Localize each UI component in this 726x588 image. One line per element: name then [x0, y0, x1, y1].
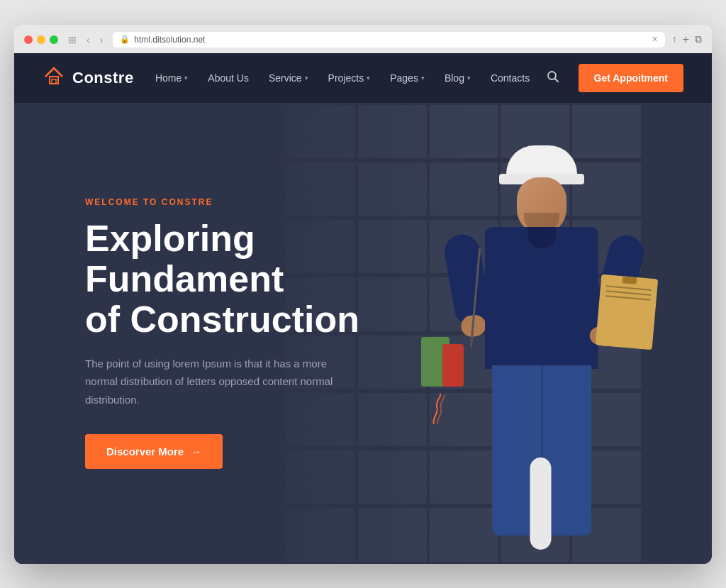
hero-eyebrow: WELCOME TO CONSTRE: [85, 197, 369, 207]
logo-icon: [43, 64, 65, 91]
chevron-down-icon: ▾: [421, 74, 425, 82]
hero-title-line2: of Construction: [85, 299, 359, 340]
hero-title-line1: Exploring Fundament: [85, 218, 284, 299]
worker-body: [407, 138, 676, 564]
nav-item-home[interactable]: Home ▾: [147, 67, 196, 89]
navbar: Constre Home ▾ About Us Service ▾ Projec…: [14, 53, 712, 103]
svg-rect-0: [50, 77, 58, 84]
lock-icon: 🔒: [120, 35, 130, 44]
search-icon[interactable]: [541, 65, 565, 91]
chevron-down-icon: ▾: [367, 74, 370, 82]
back-button[interactable]: ‹: [84, 33, 93, 47]
nav-menu: Home ▾ About Us Service ▾ Projects ▾ Pag…: [147, 65, 565, 91]
red-bag: [442, 344, 464, 387]
hero-title: Exploring Fundament of Construction: [85, 218, 369, 340]
nav-item-blog[interactable]: Blog ▾: [436, 67, 479, 89]
browser-chrome: ⊞ ‹ › 🔒 html.ditsolution.net ✕ ↑ + ⧉: [14, 25, 712, 53]
svg-line-3: [555, 78, 559, 82]
nav-item-contacts[interactable]: Contacts: [482, 67, 538, 89]
forward-button[interactable]: ›: [97, 33, 106, 47]
discover-more-button[interactable]: Discorver More →: [85, 434, 223, 469]
hero-content: WELCOME TO CONSTRE Exploring Fundament o…: [14, 197, 440, 469]
nav-item-about[interactable]: About Us: [199, 67, 257, 89]
clipboard: [596, 274, 658, 350]
share-icon[interactable]: ↑: [672, 33, 677, 46]
browser-window: ⊞ ‹ › 🔒 html.ditsolution.net ✕ ↑ + ⧉: [14, 25, 712, 564]
nav-item-pages[interactable]: Pages ▾: [381, 67, 433, 89]
browser-actions: ↑ + ⧉: [672, 33, 702, 46]
worker-shirt: [485, 227, 598, 369]
sidebar-toggle[interactable]: ⊞: [65, 33, 79, 47]
new-tab-icon[interactable]: +: [683, 33, 689, 46]
minimize-button[interactable]: [37, 35, 45, 44]
chevron-down-icon: ▾: [467, 74, 471, 82]
blueprint-roll: [530, 457, 552, 550]
logo[interactable]: Constre: [43, 64, 134, 91]
worker-face: [517, 177, 566, 234]
maximize-button[interactable]: [50, 35, 58, 44]
close-tab-icon[interactable]: ✕: [652, 35, 658, 44]
cta-label: Discorver More: [106, 445, 184, 457]
url-text: html.ditsolution.net: [134, 35, 205, 45]
nav-item-projects[interactable]: Projects ▾: [320, 67, 379, 89]
close-button[interactable]: [24, 35, 33, 44]
arrow-icon: →: [191, 445, 201, 457]
get-appointment-button[interactable]: Get Appoitment: [579, 64, 683, 92]
traffic-lights: [24, 35, 58, 44]
tool-bag: [421, 337, 464, 394]
hero-section: WELCOME TO CONSTRE Exploring Fundament o…: [14, 103, 712, 564]
worker-figure: [407, 138, 676, 564]
logo-text: Constre: [72, 69, 134, 87]
nav-item-service[interactable]: Service ▾: [260, 67, 317, 89]
website: Constre Home ▾ About Us Service ▾ Projec…: [14, 53, 712, 564]
hat-dome: [506, 145, 577, 174]
address-bar[interactable]: 🔒 html.ditsolution.net ✕: [113, 32, 664, 48]
browser-nav: ⊞ ‹ ›: [65, 33, 106, 47]
chevron-down-icon: ▾: [305, 74, 308, 82]
hero-subtitle: The point of using lorem Ipsum is that i…: [85, 355, 354, 409]
chevron-down-icon: ▾: [184, 74, 188, 82]
duplicate-icon[interactable]: ⧉: [695, 33, 702, 46]
